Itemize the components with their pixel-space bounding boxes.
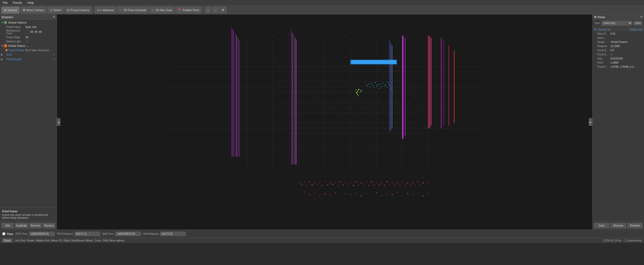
svg-rect-108	[314, 192, 315, 193]
add-button[interactable]: Add	[1, 223, 14, 228]
views-save-button[interactable]: Save	[594, 223, 609, 228]
svg-rect-136	[360, 92, 361, 93]
frame-rate-value[interactable]: 30	[26, 36, 56, 39]
focal-scale-value[interactable]: 0.0	[610, 49, 643, 52]
experimental-checkbox[interactable]	[624, 239, 626, 242]
svg-rect-89	[392, 183, 393, 183]
grid-item[interactable]: ▶ Grid ✓	[0, 52, 57, 57]
global-status-label: Global Status: ...	[8, 44, 29, 47]
svg-rect-145	[372, 85, 373, 86]
views-zero-button[interactable]: Zero	[633, 21, 642, 25]
current-view-header[interactable]: ▼ Current V... Orbit (rviz)	[593, 27, 644, 32]
zoom-in-button[interactable]: +	[205, 7, 211, 13]
distance-value[interactable]: 12.2088	[610, 45, 643, 48]
grid-checkbox[interactable]: ✓	[53, 53, 56, 56]
svg-rect-120	[376, 192, 377, 193]
status-instructions: Left-Click: Rotate. Middle-Click: Move X…	[14, 239, 125, 242]
views-remove-button[interactable]: Remove	[610, 223, 626, 228]
publish-point-button[interactable]: 📍 Publish Point	[175, 7, 201, 13]
svg-rect-177	[361, 37, 361, 38]
pitch-value[interactable]: 1.4998	[610, 61, 643, 64]
grid-label: Grid	[6, 53, 12, 56]
measure-button[interactable]: ⟺ Measure	[95, 7, 116, 13]
focal-point-row: Focal P... 1.9799; -2.9448; 2.3...	[593, 65, 644, 69]
nav-goal-button[interactable]: ⊳ 2D Nav Goal	[150, 7, 174, 13]
svg-rect-35	[431, 38, 431, 126]
svg-rect-46	[291, 30, 292, 164]
left-collapse-button[interactable]: ◀	[57, 118, 60, 126]
views-icon: ⊞	[594, 16, 596, 18]
menu-bar: File Panels Help	[0, 0, 644, 6]
distance-name: Distance	[594, 45, 610, 48]
svg-rect-139	[358, 95, 359, 96]
svg-rect-175	[350, 32, 351, 33]
displays-close-icon[interactable]: ✕	[53, 15, 55, 19]
target-value[interactable]: <Fixed Frame>	[610, 41, 643, 43]
svg-rect-53	[299, 183, 300, 183]
focal-scale-name: Focal S...	[594, 49, 610, 52]
displays-content[interactable]: ▼ ● Global Options Fixed Frame laser_lin…	[0, 20, 57, 208]
select-button[interactable]: ◻ Select	[48, 7, 64, 13]
remove-button[interactable]: Remove	[29, 223, 42, 228]
views-type-label: Type:	[594, 22, 600, 25]
menu-help[interactable]: Help	[26, 1, 35, 5]
focal-shape-value[interactable]: ✓	[610, 53, 643, 56]
interact-button[interactable]: ⊕ Interact	[2, 7, 19, 13]
select-label: Select	[53, 9, 62, 12]
pointcloud2-item[interactable]: ▶ PointCloud2 ✓	[0, 57, 57, 62]
viewport[interactable]: ◀ ▶	[57, 14, 592, 230]
duplicate-button[interactable]: Duplicate	[15, 223, 28, 228]
svg-rect-125	[402, 195, 403, 196]
focus-camera-button[interactable]: ◎ Focus Camera	[65, 7, 91, 13]
near-clip-value[interactable]: 0.01	[610, 32, 643, 35]
focal-point-value[interactable]: 1.9799; -2.9448; 2.3...	[610, 65, 643, 68]
settings-button[interactable]: ⚙	[219, 7, 227, 13]
views-rename-button[interactable]: Rename	[627, 223, 643, 228]
fixed-frame-value[interactable]: laser_link	[26, 26, 56, 28]
svg-rect-75	[356, 181, 356, 182]
svg-rect-57	[309, 181, 310, 182]
reset-button[interactable]: Reset	[2, 239, 12, 243]
global-options-item[interactable]: ▼ ● Global Options	[0, 20, 57, 25]
global-status-arrow: ▼	[1, 44, 4, 47]
zoom-out-button[interactable]: −	[212, 7, 218, 13]
right-collapse-button[interactable]: ▶	[589, 118, 592, 126]
menu-file[interactable]: File	[2, 1, 9, 5]
svg-rect-156	[387, 87, 387, 88]
svg-rect-48	[294, 35, 294, 164]
fps-display: CSDN @ 26 fps	[603, 239, 621, 242]
svg-rect-59	[314, 183, 315, 183]
svg-rect-164	[294, 36, 294, 36]
time-clock-icon: 🕐	[2, 232, 6, 236]
svg-rect-143	[370, 86, 371, 87]
grid-arrow: ▶	[1, 53, 4, 56]
svg-rect-144	[371, 83, 372, 84]
svg-rect-130	[428, 193, 429, 194]
yaw-value[interactable]: 0.0222249	[610, 57, 643, 60]
svg-rect-155	[385, 84, 386, 85]
svg-rect-60	[317, 184, 318, 185]
svg-rect-90	[394, 184, 395, 185]
views-close-icon[interactable]: ✕	[640, 15, 642, 19]
svg-rect-179	[371, 36, 372, 36]
svg-rect-72	[348, 184, 349, 185]
default-light-value[interactable]: ✓	[26, 40, 56, 43]
svg-rect-55	[304, 182, 305, 183]
focal-point-name: Focal P...	[594, 65, 610, 68]
global-status-item[interactable]: ▼ ! Global Status: ...	[0, 43, 57, 48]
svg-rect-119	[371, 194, 372, 195]
measure-label: Measure	[103, 9, 114, 12]
menu-panels[interactable]: Panels	[12, 1, 23, 5]
invert-row: Invert ...	[593, 36, 644, 40]
views-type-select[interactable]: Orbit (rviz)	[601, 21, 632, 26]
background-color-value[interactable]: 48; 48; 48	[26, 31, 56, 34]
pose-estimate-button[interactable]: → 2D Pose Estimate	[117, 7, 149, 13]
focus-camera-icon: ◎	[67, 8, 70, 12]
svg-rect-121	[381, 195, 382, 196]
pointcloud2-checkbox[interactable]: ✓	[53, 57, 56, 61]
svg-rect-109	[319, 195, 320, 196]
svg-rect-100	[420, 185, 421, 185]
svg-rect-96	[410, 184, 411, 185]
rename-button[interactable]: Rename	[43, 223, 55, 228]
move-camera-button[interactable]: ✥ Move Camera	[20, 7, 47, 13]
